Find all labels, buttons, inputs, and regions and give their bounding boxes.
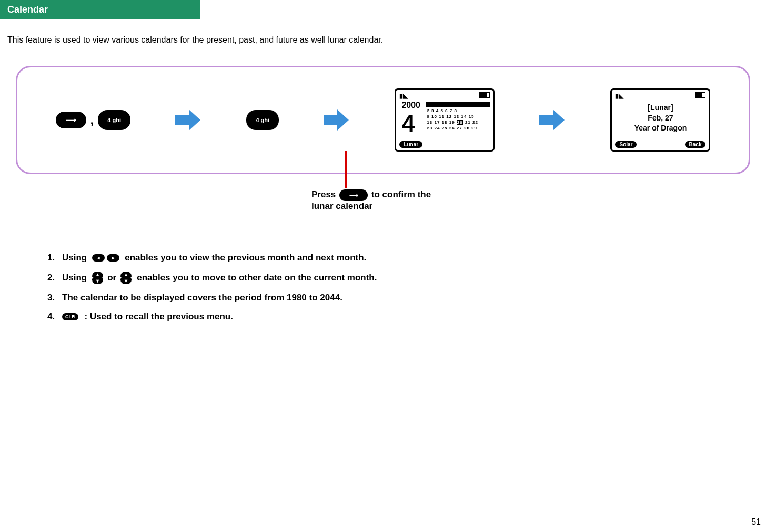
ok-key-icon: ⟶ bbox=[339, 189, 368, 201]
callout-caption: Press ⟶ to confirm the lunar calendar bbox=[311, 189, 438, 212]
note-3: 3. The calendar to be displayed covers t… bbox=[47, 293, 377, 303]
section-title: Calendar bbox=[7, 4, 48, 15]
comma: , bbox=[90, 113, 94, 127]
lunar-title: [Lunar] bbox=[614, 103, 707, 113]
flow-diagram: ⟶ , 4 ghi 4 ghi ▮◣ 2000 4 2 3 4 5 6 7 8 … bbox=[16, 66, 750, 174]
callout-line bbox=[345, 151, 347, 188]
phone-screen-calendar: ▮◣ 2000 4 2 3 4 5 6 7 8 9 10 11 12 13 14… bbox=[395, 88, 495, 152]
arrow-icon bbox=[324, 109, 350, 131]
ok-key-icon: ⟶ bbox=[56, 112, 86, 128]
updown-key-icon: ▴▾ bbox=[92, 272, 103, 284]
signal-icon: ▮◣ bbox=[615, 92, 623, 99]
lunar-date: Feb, 27 bbox=[614, 113, 707, 124]
lunar-year: Year of Dragon bbox=[614, 123, 707, 134]
page-number: 51 bbox=[751, 517, 761, 527]
intro-text: This feature is used to view various cal… bbox=[7, 35, 759, 45]
step-1-keys: ⟶ , 4 ghi bbox=[56, 110, 131, 130]
signal-icon: ▮◣ bbox=[399, 92, 408, 99]
cal-grid: 2 3 4 5 6 7 8 9 10 11 12 13 14 15 16 17 … bbox=[427, 108, 490, 131]
key-4-icon: 4 ghi bbox=[246, 110, 279, 130]
cal-year: 2000 bbox=[401, 101, 420, 110]
softkey-solar[interactable]: Solar bbox=[615, 141, 637, 148]
clr-key-icon: CLR bbox=[62, 313, 78, 320]
key-4-icon: 4 ghi bbox=[98, 110, 130, 130]
cal-month: 4 bbox=[401, 111, 415, 135]
softkey-back[interactable]: Back bbox=[685, 141, 706, 148]
lunar-content: [Lunar] Feb, 27 Year of Dragon bbox=[614, 103, 707, 134]
cal-header-bar bbox=[426, 102, 490, 107]
battery-icon bbox=[695, 92, 705, 98]
left-key-icon: ◂ bbox=[92, 254, 105, 262]
softkey-lunar[interactable]: Lunar bbox=[399, 141, 422, 148]
notes-list: 1. Using ◂ ▸ enables you to view the pre… bbox=[47, 253, 377, 330]
note-4: 4. CLR : Used to recall the previous men… bbox=[47, 312, 377, 322]
note-2: 2. Using ▴▾ or ▴▾ enables you to move to… bbox=[47, 272, 377, 284]
section-header: Calendar bbox=[0, 0, 200, 19]
right-key-icon: ▸ bbox=[107, 254, 119, 262]
arrow-icon bbox=[175, 109, 201, 131]
phone-screen-lunar: ▮◣ [Lunar] Feb, 27 Year of Dragon Solar … bbox=[610, 88, 710, 152]
battery-icon bbox=[479, 92, 490, 98]
arrow-icon bbox=[539, 109, 566, 131]
volume-key-icon: ▴▾ bbox=[120, 272, 132, 284]
note-1: 1. Using ◂ ▸ enables you to view the pre… bbox=[47, 253, 377, 263]
